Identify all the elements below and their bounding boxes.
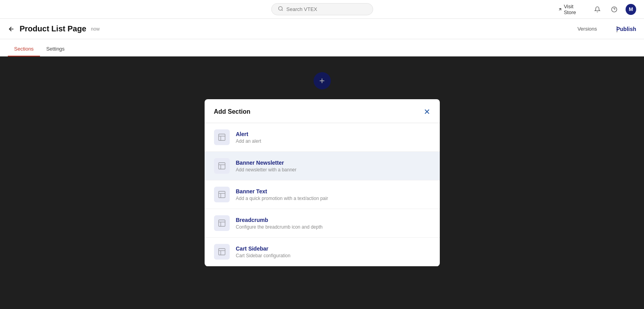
section-name: Cart Sidebar (236, 245, 290, 252)
section-type-icon (218, 162, 226, 170)
modal-close-button[interactable]: ✕ (424, 107, 430, 116)
search-bar[interactable] (271, 3, 373, 15)
section-info: Cart Sidebar Cart Sidebar configuration (236, 245, 290, 258)
section-icon-box (214, 244, 230, 260)
section-desc: Configure the breadcrumb icon and depth (236, 224, 323, 230)
section-desc: Cart Sidebar configuration (236, 253, 290, 258)
section-list-item[interactable]: Breadcrumb Configure the breadcrumb icon… (205, 209, 440, 238)
top-nav-right: Visit Store M (558, 4, 636, 15)
visit-store-text: Visit Store (564, 4, 586, 15)
section-icon-box (214, 158, 230, 174)
section-desc: Add an alert (236, 138, 261, 144)
tab-sections[interactable]: Sections (8, 42, 40, 56)
back-button[interactable] (8, 25, 15, 33)
section-desc: Add newsletter with a banner (236, 167, 297, 173)
help-button[interactable] (609, 4, 619, 15)
section-info: Breadcrumb Configure the breadcrumb icon… (236, 217, 323, 230)
avatar[interactable]: M (626, 4, 636, 15)
section-list-item[interactable]: Alert Add an alert (205, 123, 440, 152)
section-name: Breadcrumb (236, 217, 323, 223)
modal-header: Add Section ✕ (205, 99, 440, 123)
section-name: Banner Newsletter (236, 160, 297, 166)
section-desc: Add a quick promotion with a text/action… (236, 196, 328, 201)
page-bar: Product List Page now Versions ⋮ Publish (0, 19, 644, 39)
section-name: Alert (236, 131, 261, 137)
svg-line-2 (559, 8, 561, 10)
section-list-item[interactable]: Cart Sidebar Cart Sidebar configuration (205, 238, 440, 266)
svg-rect-9 (218, 163, 225, 169)
section-icon-box (214, 215, 230, 231)
section-type-icon (218, 219, 226, 227)
notifications-button[interactable] (592, 4, 603, 15)
section-info: Banner Newsletter Add newsletter with a … (236, 160, 297, 173)
section-list-item[interactable]: Banner Text Add a quick promotion with a… (205, 180, 440, 209)
tab-settings[interactable]: Settings (40, 42, 71, 56)
versions-button[interactable]: Versions (577, 26, 597, 32)
top-nav: Visit Store M (0, 0, 644, 19)
page-timestamp: now (91, 26, 100, 32)
search-icon (278, 6, 283, 13)
close-icon: ✕ (424, 107, 430, 116)
section-name: Banner Text (236, 188, 328, 194)
top-nav-center (86, 3, 558, 15)
svg-rect-18 (218, 249, 225, 255)
svg-point-0 (278, 7, 282, 10)
section-info: Alert Add an alert (236, 131, 261, 144)
tabs-bar: Sections Settings (0, 39, 644, 56)
svg-rect-15 (218, 220, 225, 227)
arrow-icon (558, 7, 562, 12)
search-input[interactable] (287, 6, 357, 12)
section-icon-box (214, 129, 230, 145)
section-info: Banner Text Add a quick promotion with a… (236, 188, 328, 201)
publish-button[interactable]: Publish (616, 26, 636, 32)
section-type-icon (218, 247, 226, 256)
page-title: Product List Page (20, 24, 86, 33)
svg-rect-6 (218, 134, 225, 141)
main-content: + Add Section ✕ Alert Add an alert (0, 56, 644, 309)
modal-body[interactable]: Alert Add an alert Banner Newsletter Add… (205, 123, 440, 266)
section-type-icon (218, 190, 226, 199)
section-type-icon (218, 133, 226, 142)
svg-line-1 (281, 10, 283, 11)
add-section-modal: Add Section ✕ Alert Add an alert (205, 99, 440, 266)
svg-rect-12 (218, 191, 225, 198)
modal-title: Add Section (214, 108, 250, 115)
section-icon-box (214, 187, 230, 202)
visit-store-link[interactable]: Visit Store (558, 4, 586, 15)
section-list-item[interactable]: Banner Newsletter Add newsletter with a … (205, 152, 440, 180)
